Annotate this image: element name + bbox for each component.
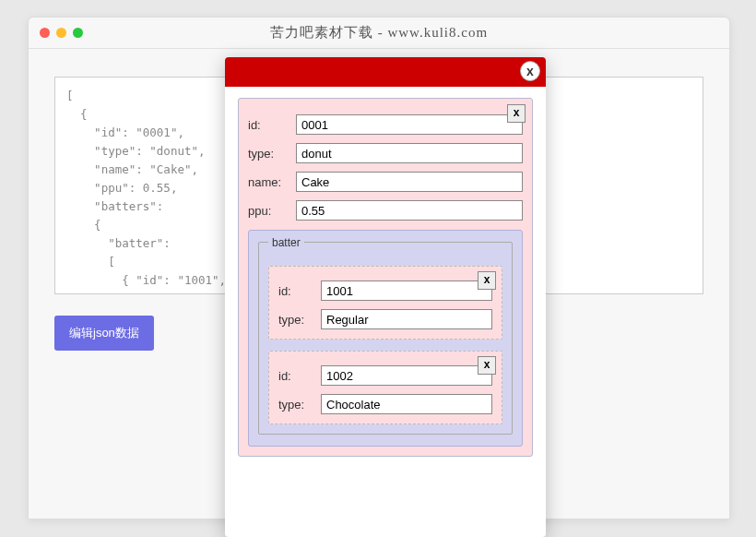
- titlebar: 苦力吧素材下载 - www.kuli8.com: [29, 18, 729, 49]
- id-label: id:: [248, 118, 296, 132]
- type-input[interactable]: [296, 143, 523, 163]
- id-label: id:: [278, 369, 321, 383]
- batter-fieldset: batter x id: type: x: [258, 242, 513, 435]
- id-label: id:: [278, 284, 321, 298]
- type-label: type:: [278, 313, 321, 327]
- field-row: type:: [278, 394, 492, 414]
- name-input[interactable]: [296, 172, 523, 192]
- remove-batter-button[interactable]: x: [478, 271, 496, 290]
- field-row: id:: [248, 114, 523, 135]
- close-icon: x: [526, 64, 534, 78]
- ppu-label: ppu:: [248, 204, 296, 218]
- type-label: type:: [248, 147, 296, 161]
- root-object-group: x id: type: name: ppu: batter: [238, 98, 533, 457]
- batter-id-input[interactable]: [321, 365, 492, 386]
- field-row: id:: [278, 365, 492, 386]
- batter-item: x id: type:: [268, 351, 502, 424]
- field-row: id:: [278, 280, 492, 301]
- batter-type-input[interactable]: [321, 309, 492, 329]
- remove-root-button[interactable]: x: [507, 104, 526, 123]
- batter-item: x id: type:: [268, 266, 502, 340]
- batter-id-input[interactable]: [321, 280, 492, 301]
- field-row: name:: [248, 172, 523, 192]
- modal-header: x: [225, 57, 546, 87]
- field-row: type:: [248, 143, 523, 163]
- edit-json-button[interactable]: 编辑json数据: [54, 316, 154, 351]
- editor-modal: x x id: type: name: ppu: ba: [225, 57, 546, 537]
- batter-type-input[interactable]: [321, 394, 492, 414]
- id-input[interactable]: [296, 114, 523, 135]
- name-label: name:: [248, 175, 296, 189]
- ppu-input[interactable]: [296, 200, 523, 221]
- remove-batter-button[interactable]: x: [478, 356, 496, 375]
- batter-legend: batter: [268, 236, 304, 249]
- modal-body: x id: type: name: ppu: batter: [225, 87, 546, 537]
- type-label: type:: [278, 398, 321, 412]
- window-title: 苦力吧素材下载 - www.kuli8.com: [29, 24, 729, 42]
- field-row: type:: [278, 309, 492, 329]
- batters-container: batter x id: type: x: [248, 230, 523, 447]
- field-row: ppu:: [248, 200, 523, 221]
- modal-close-button[interactable]: x: [520, 61, 540, 81]
